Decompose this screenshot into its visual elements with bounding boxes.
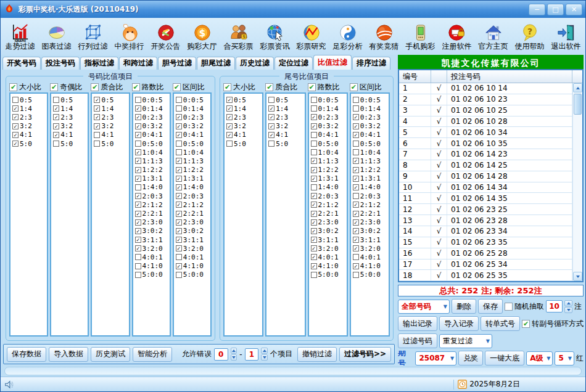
ratio-option[interactable]: ✓2:3	[93, 113, 128, 121]
ratio-option[interactable]: ✓3:2	[11, 122, 46, 131]
ratio-checkbox[interactable]: ✓	[226, 97, 233, 103]
ratio-option[interactable]: ✓3:2:0	[175, 244, 210, 253]
ratio-checkbox[interactable]	[353, 141, 359, 147]
ratio-checkbox[interactable]: ✓	[311, 219, 317, 226]
ratio-option[interactable]: 5:0	[93, 139, 128, 148]
ratio-checkbox[interactable]	[268, 141, 274, 147]
ratio-checkbox[interactable]	[311, 97, 317, 103]
duplicate-filter-select[interactable]: 重复过滤▼	[439, 334, 492, 348]
ratio-checkbox[interactable]: ✓	[353, 123, 359, 129]
ratio-option[interactable]: ✓4:1	[225, 131, 262, 139]
ratio-option[interactable]: ✓1:3:1	[134, 174, 169, 183]
table-row[interactable]: 14√01 02 06 23 34	[399, 226, 572, 237]
do-filter-button[interactable]: 过滤号码>>	[339, 347, 391, 362]
ratio-checkbox[interactable]	[311, 132, 317, 138]
ratio-checkbox[interactable]: ✓	[311, 114, 317, 120]
ratio-option[interactable]: ✓3:0:2	[175, 227, 210, 235]
ratio-option[interactable]: ✓3:2	[267, 122, 303, 131]
ratio-option[interactable]: ✓4:1:0	[175, 262, 210, 271]
ratio-option[interactable]: ✓0:2:3	[134, 113, 169, 121]
ratio-option[interactable]: ✓2:3:0	[134, 218, 169, 227]
cycle-mode-checkbox[interactable]: ✔	[522, 320, 530, 328]
to-single-button[interactable]: 转单式号	[481, 316, 520, 331]
tab-开奖号码[interactable]: 开奖号码	[2, 57, 41, 70]
ratio-checkbox[interactable]	[353, 97, 359, 103]
ratio-option[interactable]: ✓3:0:2	[310, 227, 346, 235]
ratio-option[interactable]: 0:4:1	[310, 131, 346, 139]
ratio-checkbox[interactable]: ✓	[135, 149, 141, 155]
ratio-option[interactable]: ✓0:3:2	[134, 122, 169, 131]
ratio-checkbox[interactable]: ✓	[12, 114, 19, 120]
ratio-option[interactable]: ✓2:2:1	[310, 209, 346, 218]
ratio-checkbox[interactable]	[135, 97, 141, 103]
close-button[interactable]: ✕	[566, 4, 582, 15]
ratio-checkbox[interactable]: ✓	[353, 228, 359, 234]
ratio-option[interactable]: ✓4:1	[267, 131, 303, 139]
ratio-checkbox[interactable]: ✓	[12, 105, 19, 112]
ratio-checkbox[interactable]: ✓	[135, 167, 141, 173]
toolbar-item-注册软件[interactable]: 注册软件	[439, 18, 475, 55]
ratio-option[interactable]: ✓2:0:3	[310, 192, 346, 200]
table-row[interactable]: 11√01 02 06 14 35	[399, 193, 572, 204]
ratio-checkbox[interactable]: ✓	[268, 132, 274, 138]
ratio-checkbox[interactable]: ✓	[12, 123, 19, 129]
table-row[interactable]: 13√01 02 06 23 28	[399, 215, 572, 226]
ratio-checkbox[interactable]: ✓	[176, 167, 182, 173]
ratio-option[interactable]: 4:1:0	[134, 262, 169, 271]
ratio-checkbox[interactable]: ✓	[176, 123, 182, 129]
ratio-option[interactable]: ✓0:3:2	[310, 122, 346, 131]
ratio-checkbox[interactable]: ✓	[311, 167, 317, 173]
ratio-checkbox[interactable]: ✓	[311, 123, 317, 129]
column-checkbox[interactable]: ✔	[173, 83, 181, 91]
ratio-option[interactable]: ✓2:3	[225, 113, 262, 121]
ratio-option[interactable]: 0:1:4	[352, 104, 388, 113]
ratio-option[interactable]: 0:5:0	[134, 139, 169, 148]
error-min-input[interactable]: 0	[214, 348, 228, 361]
ratio-option[interactable]: 0:0:5	[310, 96, 346, 104]
ratio-checkbox[interactable]: ✓	[268, 105, 274, 112]
table-row[interactable]: 1√01 02 06 10 14	[399, 83, 572, 94]
delete-button[interactable]: 删除	[452, 299, 476, 314]
ratio-checkbox[interactable]: ✓	[353, 237, 359, 243]
ratio-checkbox[interactable]	[311, 272, 317, 278]
ratio-checkbox[interactable]: ✓	[135, 237, 141, 243]
ratio-checkbox[interactable]: ✓	[176, 219, 182, 226]
ratio-checkbox[interactable]: ✓	[311, 254, 317, 260]
ratio-option[interactable]: ✓0:2:3	[310, 113, 346, 121]
ratio-option[interactable]: ✓0:5	[93, 96, 128, 104]
ratio-checkbox[interactable]: ✓	[53, 132, 59, 138]
ratio-option[interactable]: 1:4:0	[134, 183, 169, 192]
tab-指标过滤[interactable]: 指标过滤	[80, 57, 118, 70]
ratio-checkbox[interactable]	[353, 193, 359, 199]
ratio-option[interactable]: ✓2:3	[52, 113, 87, 121]
maximize-button[interactable]: □	[547, 4, 564, 15]
ratio-option[interactable]: ✓0:5	[225, 96, 262, 104]
ratio-option[interactable]: ✓2:1:2	[175, 200, 210, 209]
ratio-option[interactable]: 1:0:4	[310, 148, 346, 157]
ratio-option[interactable]: ✓1:2:2	[134, 166, 169, 174]
ratio-checkbox[interactable]	[53, 97, 59, 103]
tab-历史过滤[interactable]: 历史过滤	[236, 57, 274, 70]
table-row[interactable]: 6√01 02 06 10 35	[399, 138, 572, 149]
random-count-input[interactable]: 10	[546, 300, 563, 312]
toolbar-item-彩票研究[interactable]: 彩票研究	[293, 18, 329, 55]
table-row[interactable]: 8√01 02 06 14 25	[399, 160, 572, 171]
toolbar-item-走势过滤[interactable]: GRAPH走势过滤	[2, 18, 38, 55]
scroll-track[interactable]	[573, 92, 582, 272]
ratio-checkbox[interactable]	[176, 254, 182, 260]
ratio-option[interactable]: ✓3:2:0	[134, 244, 169, 253]
ratio-option[interactable]: ✓3:0:2	[134, 227, 169, 235]
ratio-checkbox[interactable]: ✓	[311, 228, 317, 234]
column-checkbox[interactable]: ✔	[265, 83, 273, 91]
ratio-checkbox[interactable]: ✓	[12, 141, 19, 147]
table-row[interactable]: 2√01 02 06 10 23	[399, 94, 572, 105]
ratio-checkbox[interactable]: ✓	[311, 237, 317, 243]
ratio-option[interactable]: 0:0:5	[352, 96, 388, 104]
ratio-option[interactable]: 0:0:5	[175, 96, 210, 104]
speaker-icon[interactable]	[4, 380, 14, 390]
ratio-checkbox[interactable]: ✓	[135, 158, 141, 164]
ratio-checkbox[interactable]: ✓	[135, 228, 141, 234]
scope-select[interactable]: 全部号码▼	[398, 300, 450, 314]
ratio-option[interactable]: 5:0	[52, 139, 87, 148]
ratio-option[interactable]: ✓1:2:2	[310, 166, 346, 174]
